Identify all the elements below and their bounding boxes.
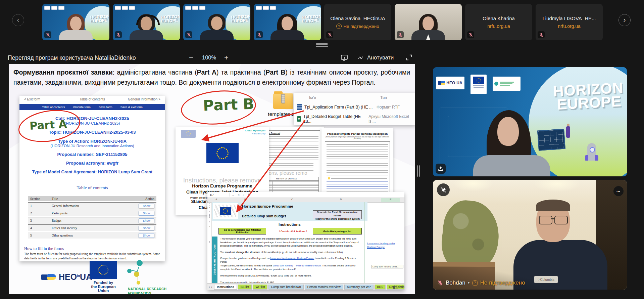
glasses: [539, 216, 552, 224]
glasses: [554, 216, 568, 224]
lump-sum-funding-link[interactable]: lump sum funding under Horizon Europe: [270, 257, 314, 260]
col-A[interactable]: A: [215, 198, 217, 201]
file-col-name[interactable]: Ім’я: [309, 95, 316, 100]
zoom-level: 100%: [202, 54, 216, 61]
col-C[interactable]: C: [291, 198, 293, 201]
slide-page-number: 11: [393, 284, 398, 290]
participant-silhouette: [267, 14, 307, 40]
zoom-out-button[interactable]: −: [189, 53, 193, 62]
participant-tile-video-1[interactable]: HORIZON EUROPE: [42, 4, 109, 40]
enter-icon[interactable]: ✓: [242, 194, 245, 197]
more-options-button[interactable]: •••: [613, 186, 624, 196]
participant-tile-olena-savina[interactable]: Olena Savina_HEOinUA ? Не підтверджено: [324, 4, 391, 40]
clean-hydrogen-partnership-logo: Clean Hydrogen Partnership: [245, 129, 265, 135]
unpin-button[interactable]: [437, 183, 450, 196]
paragraph-2: You must not change the structure of thi…: [220, 251, 361, 254]
instructions-body: This workbook enables you to present the…: [220, 237, 361, 287]
file-col-type[interactable]: Тип: [380, 95, 387, 100]
double-click-note: ! Double click buttons !: [276, 230, 310, 233]
file-row-rtf[interactable]: Tpl_Application Form (Part B) (HE ... Фо…: [297, 104, 412, 110]
mic-muted-icon: [185, 31, 192, 38]
sheet-nav-prev-icon[interactable]: ‹: [209, 285, 210, 289]
tab-wp-list[interactable]: WP list: [253, 285, 267, 290]
toolbar-save[interactable]: Save form: [99, 105, 112, 109]
table-row: 5 Other questions Show: [28, 232, 156, 239]
tab-summary-per-wp[interactable]: Summary per WP: [344, 285, 374, 290]
filmstrip-drag-handle[interactable]: [316, 43, 328, 47]
participant-name: Bohdan: [446, 280, 465, 286]
bg-logo-heo: HEO·UA: [436, 77, 464, 89]
col-B[interactable]: B: [244, 198, 246, 201]
col-D[interactable]: D: [340, 198, 342, 201]
sheet-nav-next-icon[interactable]: ›: [211, 285, 212, 289]
rocket-illustration: [587, 143, 596, 161]
excel-budget-screenshot: E7 ⌄ ✕ ✓ fx A B C D E 1 2 3 4 5: [207, 192, 404, 290]
show-button[interactable]: Show: [139, 211, 154, 216]
eu-flag: [206, 143, 239, 163]
expand-view-icon[interactable]: [405, 54, 413, 61]
filmstrip-next-button[interactable]: ›: [618, 14, 631, 26]
zoom-in-button[interactable]: +: [224, 53, 229, 62]
participant-tile-video-6[interactable]: [395, 4, 462, 40]
toolbar-toc[interactable]: Table of contents: [42, 105, 65, 109]
tab-person-months[interactable]: Person-months overview: [305, 285, 343, 290]
participant-tile-liudmyla-lisova[interactable]: Liudmyla LISOVA_HE... nrfu.org.ua: [536, 4, 603, 40]
share-screen-icon[interactable]: [340, 54, 348, 62]
table-row: 2 Participants Show: [28, 210, 156, 216]
mic-muted-icon: [326, 31, 333, 38]
bg-logo-eu-funded: [470, 75, 487, 94]
go-to-work-packages-button[interactable]: Go to Work packages list: [313, 228, 362, 234]
participant-domain: nrfu.org.ua: [558, 24, 581, 29]
col-E[interactable]: E: [381, 198, 400, 202]
shared-presentation-slide: Формування проєктної заявки: адміністрат…: [9, 64, 415, 294]
tab-lump-sum-breakdown[interactable]: Lump sum breakdown: [268, 285, 304, 290]
howto-title: How to fill in the forms: [24, 246, 64, 251]
lump-sum-guide-link[interactable]: Lump sum funding – what do I need to kno…: [273, 264, 321, 267]
fx-icon[interactable]: fx: [248, 193, 250, 197]
mic-muted-icon: [397, 31, 404, 38]
slide-intro-paragraph: Формування проєктної заявки: адміністрат…: [13, 67, 410, 87]
show-button[interactable]: Show: [139, 204, 154, 208]
generate-macro-free-button[interactable]: Generate the Excel file in macro-free fo…: [313, 210, 362, 219]
tab-instructions[interactable]: Instructions: [214, 285, 237, 290]
eu-flag-small: [220, 207, 231, 215]
zip-folder-icon: [273, 93, 293, 109]
show-button[interactable]: Show: [139, 226, 154, 230]
cell-name-box[interactable]: E7: [207, 193, 230, 197]
file-row-excel[interactable]: x Tpl_Detailed Budget Table (HE Lu... Ар…: [297, 114, 412, 124]
general-info-link[interactable]: General Information >: [128, 97, 160, 101]
virtual-bg-logos: [115, 6, 135, 10]
pip-icon: [438, 166, 444, 172]
participant-tile-video-4[interactable]: HORIZON EUROPE: [254, 4, 321, 40]
ua-mini-flag: [441, 81, 445, 85]
participant-tile-olena-kharina[interactable]: Olena Kharina nrfu.org.ua: [465, 4, 532, 40]
eu-mini-flag: [181, 130, 196, 138]
paragraph-5: We recommend using Excel 2013 (Windows) …: [220, 274, 361, 278]
workbook-subtitle: Detailed lump sum budget: [242, 214, 286, 218]
show-button[interactable]: Show: [139, 233, 154, 238]
cancel-icon[interactable]: ✕: [238, 194, 240, 197]
participant-tile-video-3[interactable]: HORIZON EUROPE: [183, 4, 250, 40]
annotate-button[interactable]: Анотувати: [358, 54, 394, 61]
panel-resize-handle[interactable]: [417, 165, 420, 177]
proposal-number-line: Proposal number: SEP-211152805: [19, 152, 165, 157]
namebox-caret-icon[interactable]: ⌄: [232, 194, 234, 197]
bohdan-video[interactable]: ◇ Columbia ••• Bohdan • ? Не підтверджен…: [433, 180, 627, 290]
show-button[interactable]: Show: [139, 218, 154, 223]
unverified-icon: ?: [472, 280, 478, 286]
main-speaker-video[interactable]: HORIZON EUROPE HEO·UA: [433, 67, 627, 176]
table-row: 3 Budget Show: [28, 217, 156, 224]
tab-be1[interactable]: BE1: [375, 285, 386, 290]
toolbar-validate[interactable]: Validate form: [73, 105, 90, 109]
pip-toggle-button[interactable]: [436, 164, 446, 174]
pen-icon: [358, 54, 365, 61]
column-e-link[interactable]: Lump sum funding under Horizon Europe: [367, 242, 401, 249]
toolbar-save-exit[interactable]: Save & exit form: [120, 105, 143, 109]
tab-be-list[interactable]: BE list: [238, 285, 252, 290]
participant-tile-video-2[interactable]: HORIZON EUROPE: [113, 4, 180, 40]
ua-mini-flag: [47, 274, 56, 280]
virtual-bg-logos: [44, 6, 64, 10]
filmstrip-prev-button[interactable]: ‹: [12, 14, 24, 26]
mga-line: Type of Model Grant Agreement: HORIZON L…: [19, 170, 165, 174]
go-to-beneficiaries-button[interactable]: Go to Beneficiaries and Affiliated Entit…: [218, 228, 266, 234]
